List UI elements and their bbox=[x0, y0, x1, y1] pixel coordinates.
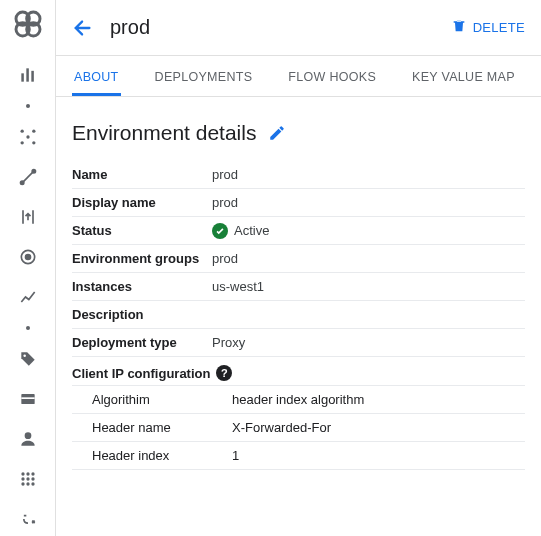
nav-route[interactable] bbox=[8, 160, 48, 194]
row-algorithm: Algorithim header index algorithm bbox=[72, 386, 525, 414]
label-env-groups: Environment groups bbox=[72, 251, 212, 266]
value-header-index: 1 bbox=[232, 448, 239, 463]
nav-analytics[interactable] bbox=[8, 280, 48, 314]
delete-label: DELETE bbox=[473, 20, 525, 35]
label-algorithm: Algorithim bbox=[92, 392, 232, 407]
svg-rect-5 bbox=[26, 68, 29, 81]
label-display-name: Display name bbox=[72, 195, 212, 210]
status-ok-icon bbox=[212, 223, 228, 239]
row-description: Description bbox=[72, 301, 525, 329]
client-ip-title-row: Client IP configuration ? bbox=[72, 357, 525, 386]
nav-apps[interactable] bbox=[8, 462, 48, 496]
label-name: Name bbox=[72, 167, 212, 182]
tab-bar: ABOUT DEPLOYMENTS FLOW HOOKS KEY VALUE M… bbox=[56, 56, 541, 97]
nav-card[interactable] bbox=[8, 382, 48, 416]
svg-point-21 bbox=[26, 472, 29, 475]
nav-develop[interactable] bbox=[8, 120, 48, 154]
label-status: Status bbox=[72, 223, 212, 238]
svg-point-13 bbox=[32, 169, 35, 172]
back-button[interactable] bbox=[72, 17, 94, 39]
label-deployment-type: Deployment type bbox=[72, 335, 212, 350]
details-table: Name prod Display name prod Status Activ… bbox=[72, 161, 525, 470]
nav-secrets[interactable] bbox=[8, 502, 48, 536]
value-display-name: prod bbox=[212, 195, 238, 210]
value-header-name: X-Forwarded-For bbox=[232, 420, 331, 435]
row-display-name: Display name prod bbox=[72, 189, 525, 217]
svg-point-10 bbox=[20, 141, 23, 144]
label-description: Description bbox=[72, 307, 212, 322]
header: prod DELETE bbox=[56, 0, 541, 56]
svg-point-26 bbox=[21, 482, 24, 485]
tab-deployments[interactable]: DEPLOYMENTS bbox=[153, 56, 255, 96]
row-header-name: Header name X-Forwarded-For bbox=[72, 414, 525, 442]
sidebar bbox=[0, 0, 56, 536]
tab-key-value-map[interactable]: KEY VALUE MAP bbox=[410, 56, 517, 96]
nav-user[interactable] bbox=[8, 422, 48, 456]
row-status: Status Active bbox=[72, 217, 525, 245]
edit-button[interactable] bbox=[268, 124, 286, 142]
nav-tags[interactable] bbox=[8, 342, 48, 376]
tab-about[interactable]: ABOUT bbox=[72, 56, 121, 96]
svg-point-22 bbox=[31, 472, 34, 475]
svg-point-24 bbox=[26, 477, 29, 480]
svg-point-25 bbox=[31, 477, 34, 480]
row-env-groups: Environment groups prod bbox=[72, 245, 525, 273]
svg-point-15 bbox=[25, 254, 30, 259]
svg-point-8 bbox=[20, 129, 23, 132]
nav-separator bbox=[26, 104, 30, 108]
status-text: Active bbox=[234, 223, 269, 238]
row-deployment-type: Deployment type Proxy bbox=[72, 329, 525, 357]
svg-point-11 bbox=[32, 141, 35, 144]
svg-point-9 bbox=[32, 129, 35, 132]
label-header-index: Header index bbox=[92, 448, 232, 463]
svg-point-20 bbox=[21, 472, 24, 475]
tab-flow-hooks[interactable]: FLOW HOOKS bbox=[286, 56, 378, 96]
trash-icon bbox=[451, 18, 467, 37]
main-panel: prod DELETE ABOUT DEPLOYMENTS FLOW HOOKS… bbox=[56, 0, 541, 536]
svg-point-19 bbox=[24, 432, 31, 439]
svg-point-7 bbox=[26, 135, 29, 138]
label-header-name: Header name bbox=[92, 420, 232, 435]
delete-button[interactable]: DELETE bbox=[451, 18, 525, 37]
client-ip-title: Client IP configuration bbox=[72, 366, 210, 381]
page-title: prod bbox=[110, 16, 411, 39]
svg-point-28 bbox=[31, 482, 34, 485]
row-instances: Instances us-west1 bbox=[72, 273, 525, 301]
nav-target[interactable] bbox=[8, 240, 48, 274]
value-algorithm: header index algorithm bbox=[232, 392, 364, 407]
value-status: Active bbox=[212, 223, 269, 239]
nav-deploy[interactable] bbox=[8, 200, 48, 234]
svg-point-23 bbox=[21, 477, 24, 480]
section-title: Environment details bbox=[72, 121, 256, 145]
value-name: prod bbox=[212, 167, 238, 182]
svg-point-12 bbox=[20, 181, 23, 184]
nav-separator-2 bbox=[26, 326, 30, 330]
row-name: Name prod bbox=[72, 161, 525, 189]
nav-dashboard[interactable] bbox=[8, 58, 48, 92]
value-deployment-type: Proxy bbox=[212, 335, 245, 350]
svg-point-16 bbox=[23, 354, 26, 357]
svg-rect-6 bbox=[31, 71, 34, 82]
value-env-groups: prod bbox=[212, 251, 238, 266]
svg-rect-4 bbox=[21, 73, 24, 81]
value-instances: us-west1 bbox=[212, 279, 264, 294]
label-instances: Instances bbox=[72, 279, 212, 294]
row-header-index: Header index 1 bbox=[72, 442, 525, 470]
help-icon[interactable]: ? bbox=[216, 365, 232, 381]
svg-point-27 bbox=[26, 482, 29, 485]
content-area: Environment details Name prod Display na… bbox=[56, 97, 541, 494]
apigee-logo bbox=[12, 8, 44, 40]
svg-rect-18 bbox=[21, 397, 34, 399]
